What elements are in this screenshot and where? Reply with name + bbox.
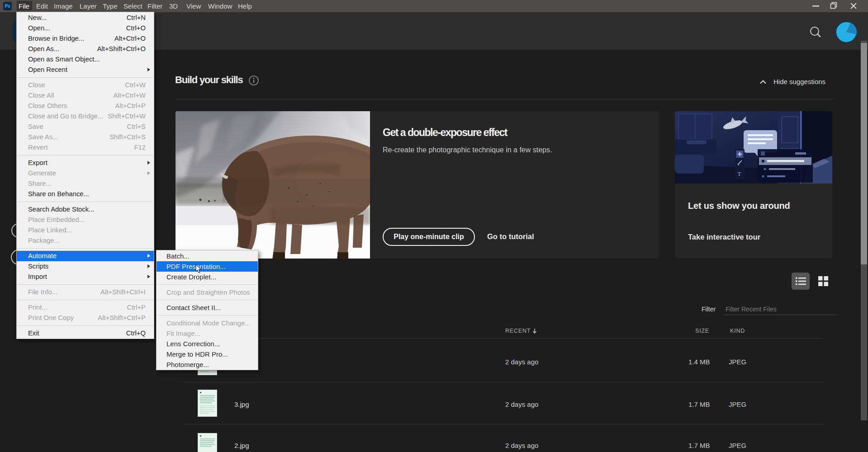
svg-text:T: T (738, 170, 741, 177)
